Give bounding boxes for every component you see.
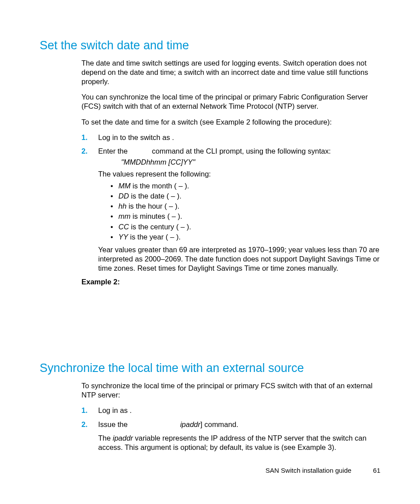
- bullet-item: hh is the hour ( – ).: [111, 202, 380, 211]
- step-text: Enter the command at the CLI prompt, usi…: [98, 147, 331, 155]
- section1-body: The date and time switch settings are us…: [81, 59, 380, 287]
- footer-title: SAN Switch installation guide: [265, 467, 351, 474]
- paragraph: To set the date and time for a switch (s…: [81, 118, 380, 127]
- page-footer: SAN Switch installation guide 61: [265, 467, 380, 474]
- paragraph: The ipaddr variable represents the IP ad…: [98, 434, 380, 452]
- bullet-item: DD is the date ( – ).: [111, 191, 380, 201]
- paragraph: You can synchronize the local time of th…: [81, 92, 380, 111]
- step-number: 2.: [81, 147, 88, 156]
- paragraph: To synchronize the local time of the pri…: [81, 381, 380, 400]
- bullet-item: MM is the month ( – ).: [111, 181, 380, 191]
- step-text: Log in as .: [98, 406, 132, 414]
- example-block: Example 2:: [81, 277, 380, 287]
- step-number: 1.: [81, 133, 88, 142]
- list-item: 1. Log in as .: [81, 406, 380, 415]
- list-item: 2. Enter the command at the CLI prompt, …: [81, 147, 380, 273]
- step-text: Log in to the switch as .: [98, 133, 174, 141]
- heading-set-date-time: Set the switch date and time: [40, 39, 380, 52]
- paragraph: Year values greater than 69 are interpre…: [98, 245, 380, 273]
- step-number: 1.: [81, 406, 88, 415]
- procedure-list: 1. Log in to the switch as . 2. Enter th…: [81, 133, 380, 273]
- paragraph: The date and time switch settings are us…: [81, 59, 380, 86]
- step-number: 2.: [81, 420, 88, 429]
- section2-body: To synchronize the local time of the pri…: [81, 381, 380, 452]
- heading-sync-local-time: Synchronize the local time with an exter…: [40, 361, 380, 375]
- paragraph: The values represent the following:: [98, 169, 380, 179]
- bullet-item: CC is the century ( – ).: [111, 222, 380, 232]
- bullet-item: YY is the year ( – ).: [111, 232, 380, 242]
- procedure-list: 1. Log in as . 2. Issue the ipaddr] comm…: [81, 406, 380, 452]
- step-text: Issue the ipaddr] command.: [98, 420, 238, 428]
- example-label: Example 2:: [81, 277, 380, 287]
- document-page: Set the switch date and time The date an…: [0, 0, 420, 452]
- bullet-item: mm is minutes ( – ).: [111, 212, 380, 221]
- list-item: 2. Issue the ipaddr] command. The ipaddr…: [81, 420, 380, 452]
- list-item: 1. Log in to the switch as .: [81, 133, 380, 142]
- value-bullets: MM is the month ( – ). DD is the date ( …: [98, 181, 380, 242]
- syntax-text: "MMDDhhmm [CC]YY": [121, 158, 380, 167]
- page-number: 61: [373, 467, 380, 474]
